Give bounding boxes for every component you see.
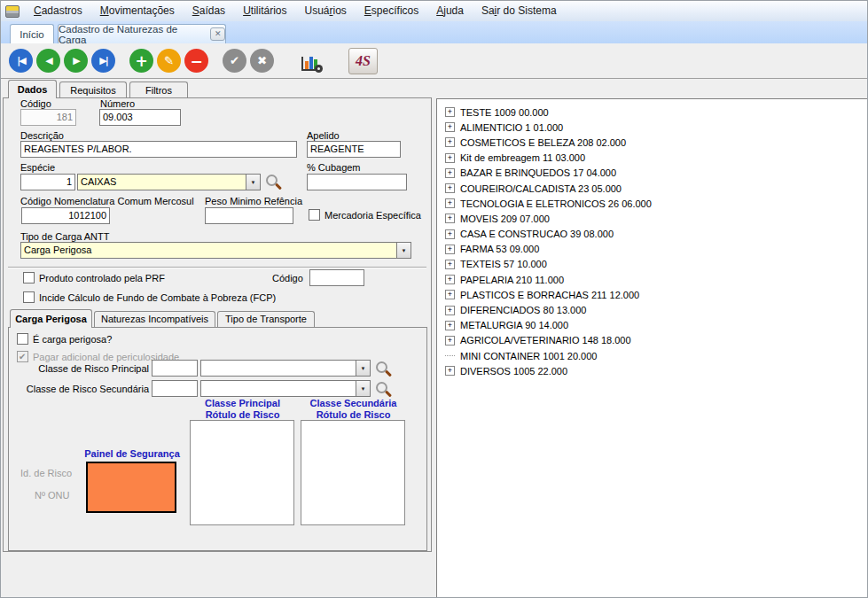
- tree-node[interactable]: +MINI CONTAINER 1001 20.000: [437, 348, 867, 363]
- tree-node[interactable]: +BAZAR E BRINQUEDOS 17 04.000: [437, 166, 867, 181]
- mercadoria-especifica-label: Mercadoria Específica: [325, 210, 421, 221]
- prf-codigo-field[interactable]: [309, 269, 364, 286]
- tree-node[interactable]: +FARMA 53 09.000: [437, 242, 867, 257]
- tree-node[interactable]: +Kit de embreagem 11 03.000: [437, 151, 867, 166]
- menu-sair-do-sistema[interactable]: Sair do Sistema: [473, 1, 566, 21]
- add-record-button[interactable]: +: [129, 49, 153, 73]
- expand-plus-icon[interactable]: +: [445, 214, 455, 223]
- chevron-down-icon[interactable]: ▼: [356, 361, 370, 376]
- apelido-field[interactable]: REAGENTE: [307, 141, 401, 158]
- tipo-carga-antt-combo[interactable]: Carga Perigosa ▼: [20, 242, 411, 259]
- expand-plus-icon[interactable]: +: [445, 336, 455, 346]
- delete-record-button[interactable]: −: [184, 49, 208, 73]
- menu-ajuda[interactable]: Ajuda: [427, 1, 473, 21]
- menu-cadastros[interactable]: Cadastros: [25, 1, 91, 21]
- tree-node[interactable]: +MOVEIS 209 07.000: [437, 211, 867, 226]
- tree-node[interactable]: +TECNOLOGIA E ELETRONICOS 26 06.000: [437, 196, 867, 211]
- e-carga-perigosa-label: É carga perigosa?: [33, 334, 112, 345]
- chevron-down-icon[interactable]: ▼: [396, 243, 411, 258]
- peso-minimo-field[interactable]: [205, 207, 293, 224]
- chevron-down-icon[interactable]: ▼: [246, 175, 260, 190]
- painel-seguranca-label: Painel de Segurança: [82, 448, 182, 460]
- fcp-checkbox[interactable]: ✔: [23, 291, 35, 303]
- cubagem-field[interactable]: [307, 174, 407, 190]
- expand-plus-icon[interactable]: +: [445, 321, 455, 330]
- confirm-button[interactable]: ✔: [223, 49, 246, 73]
- chevron-down-icon[interactable]: ▼: [356, 381, 370, 396]
- apelido-label: Apelido: [307, 130, 340, 141]
- especie-combo[interactable]: CAIXAS ▼: [77, 174, 261, 190]
- tab-cadastro-naturezas-carga[interactable]: Cadastro de Naturezas de Carga ✕: [58, 24, 226, 43]
- section-divider: [8, 267, 426, 268]
- tab-cadastro-label: Cadastro de Naturezas de Carga: [59, 24, 204, 45]
- edit-record-button[interactable]: ✎: [157, 49, 181, 73]
- search-icon[interactable]: [376, 361, 387, 373]
- close-icon[interactable]: ✕: [210, 27, 225, 41]
- menu-utilitarios[interactable]: Utilitários: [234, 1, 295, 21]
- expand-plus-icon[interactable]: +: [445, 168, 455, 178]
- prf-checkbox[interactable]: ✔: [23, 272, 35, 283]
- menu-movimentacoes[interactable]: Movimentações: [91, 1, 184, 21]
- expand-plus-icon[interactable]: +: [445, 153, 455, 163]
- tree-node[interactable]: +COUREIRO/CALCADISTA 23 05.000: [437, 181, 867, 196]
- rotulo-secundaria-header: Classe Secundária Rótulo de Risco: [301, 398, 406, 421]
- subtab-carga-perigosa[interactable]: Carga Perigosa: [10, 309, 92, 328]
- brand-logo-button[interactable]: 4S: [348, 48, 378, 74]
- e-carga-perigosa-checkbox[interactable]: ✔: [17, 333, 28, 345]
- expand-plus-icon[interactable]: +: [445, 275, 455, 284]
- tree-node[interactable]: +COSMETICOS E BELEZA 208 02.000: [437, 135, 867, 150]
- expand-plus-icon[interactable]: +: [445, 290, 455, 299]
- classe-risco-principal-code-field[interactable]: [152, 360, 198, 377]
- expand-plus-icon[interactable]: +: [445, 198, 455, 208]
- search-icon[interactable]: [266, 175, 278, 186]
- expand-plus-icon[interactable]: +: [445, 260, 455, 269]
- tree-node[interactable]: +METALURGIA 90 14.000: [437, 318, 867, 333]
- expand-plus-icon[interactable]: +: [445, 229, 455, 239]
- expand-plus-icon[interactable]: +: [445, 245, 455, 254]
- subtab-tipo-de-transporte[interactable]: Tipo de Transporte: [217, 311, 315, 327]
- classe-risco-secundaria-code-field[interactable]: [152, 380, 198, 397]
- cancel-button[interactable]: ✖: [250, 49, 274, 73]
- tab-inicio[interactable]: Início: [10, 24, 54, 43]
- mercadoria-especifica-checkbox[interactable]: ✔: [309, 209, 320, 221]
- subtab-naturezas-incompativeis[interactable]: Naturezas Incompatíveis: [94, 311, 215, 327]
- tree-node[interactable]: +DIFERENCIADOS 80 13.000: [437, 302, 867, 317]
- classe-risco-principal-combo[interactable]: ▼: [200, 360, 371, 377]
- ncm-label: Código Nomenclatura Comum Mercosul: [20, 196, 194, 206]
- tree-node[interactable]: +TESTE 1009 00.000: [437, 105, 867, 120]
- next-record-button[interactable]: ▶: [64, 49, 88, 73]
- especie-code-field[interactable]: 1: [20, 174, 75, 190]
- search-icon[interactable]: [376, 382, 387, 393]
- tree-node[interactable]: +TEXTEIS 57 10.000: [437, 257, 867, 272]
- first-record-button[interactable]: |◀: [9, 49, 33, 73]
- menu-especificos[interactable]: Específicos: [356, 1, 427, 21]
- menu-saidas[interactable]: Saídas: [184, 1, 234, 21]
- tree-node[interactable]: +ALIMENTICIO 1 01.000: [437, 120, 867, 135]
- chart-bar-blue: [309, 57, 313, 69]
- expand-plus-icon[interactable]: +: [445, 306, 455, 315]
- tree-node[interactable]: +DIVERSOS 1005 22.000: [437, 363, 867, 378]
- expand-plus-icon[interactable]: +: [445, 122, 455, 132]
- tree-node[interactable]: +PLASTICOS E BORRACHAS 211 12.000: [437, 287, 867, 302]
- expand-plus-icon[interactable]: +: [445, 366, 455, 376]
- last-record-button[interactable]: ▶|: [91, 49, 115, 73]
- menu-usuarios[interactable]: Usuários: [295, 1, 355, 21]
- ncm-field[interactable]: 1012100: [21, 207, 110, 224]
- report-chart-icon[interactable]: [299, 49, 324, 74]
- descricao-field[interactable]: REAGENTES P/LABOR.: [20, 141, 297, 158]
- expand-plus-icon[interactable]: +: [445, 183, 455, 193]
- expand-plus-icon[interactable]: +: [445, 137, 455, 147]
- tab-filtros[interactable]: Filtros: [129, 82, 188, 98]
- chart-bar-orange: [305, 61, 309, 69]
- numero-label: Número: [100, 98, 135, 109]
- numero-field[interactable]: 09.003: [99, 109, 181, 126]
- tab-requisitos[interactable]: Requisitos: [59, 82, 127, 98]
- tree-node[interactable]: +AGRICOLA/VETERINARIO 148 18.000: [437, 333, 867, 348]
- tree-node[interactable]: +PAPELARIA 210 11.000: [437, 272, 867, 287]
- tab-dados[interactable]: Dados: [8, 80, 57, 98]
- painel-seguranca-box: [86, 462, 176, 513]
- classe-risco-secundaria-combo[interactable]: ▼: [200, 380, 371, 397]
- previous-record-button[interactable]: ◀: [36, 49, 60, 73]
- expand-plus-icon[interactable]: +: [445, 107, 455, 117]
- tree-node[interactable]: +CASA E CONSTRUCAO 39 08.000: [437, 227, 867, 242]
